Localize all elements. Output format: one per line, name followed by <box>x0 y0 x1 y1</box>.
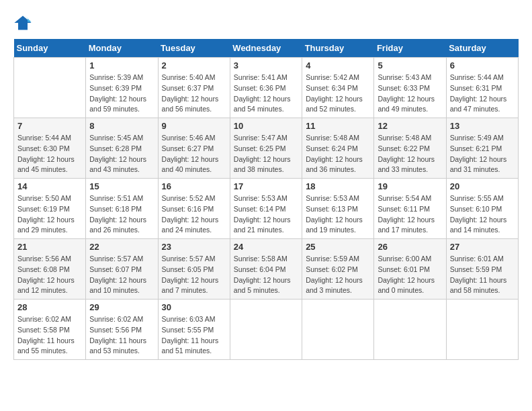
day-number: 9 <box>162 121 226 131</box>
day-info: Sunrise: 5:53 AMSunset: 6:14 PMDaylight:… <box>234 193 298 236</box>
calendar-cell <box>374 300 446 360</box>
page-header <box>13 13 519 32</box>
day-number: 16 <box>162 181 226 191</box>
day-info: Sunrise: 5:44 AMSunset: 6:30 PMDaylight:… <box>17 133 82 175</box>
calendar-cell: 24Sunrise: 5:58 AMSunset: 6:04 PMDayligh… <box>230 239 302 300</box>
day-info: Sunrise: 6:02 AMSunset: 5:58 PMDaylight:… <box>17 314 82 357</box>
dow-header-friday: Friday <box>374 39 446 58</box>
day-info: Sunrise: 5:42 AMSunset: 6:34 PMDaylight:… <box>306 73 370 115</box>
day-number: 7 <box>17 121 82 131</box>
calendar-cell: 28Sunrise: 6:02 AMSunset: 5:58 PMDayligh… <box>14 300 86 360</box>
day-number: 4 <box>306 60 370 71</box>
day-number: 20 <box>450 181 515 191</box>
calendar-cell: 25Sunrise: 5:59 AMSunset: 6:02 PMDayligh… <box>302 239 374 300</box>
calendar-cell: 10Sunrise: 5:47 AMSunset: 6:25 PMDayligh… <box>230 118 302 179</box>
day-info: Sunrise: 5:41 AMSunset: 6:36 PMDaylight:… <box>234 73 298 115</box>
dow-header-saturday: Saturday <box>446 39 518 58</box>
day-number: 10 <box>234 121 298 131</box>
calendar-cell: 9Sunrise: 5:46 AMSunset: 6:27 PMDaylight… <box>158 118 230 179</box>
day-info: Sunrise: 5:40 AMSunset: 6:37 PMDaylight:… <box>162 73 226 115</box>
day-number: 19 <box>378 181 442 191</box>
day-number: 22 <box>89 242 154 252</box>
day-number: 24 <box>234 242 298 252</box>
calendar-cell <box>14 58 86 118</box>
calendar-cell: 7Sunrise: 5:44 AMSunset: 6:30 PMDaylight… <box>14 118 86 179</box>
dow-header-thursday: Thursday <box>302 39 374 58</box>
day-info: Sunrise: 5:48 AMSunset: 6:22 PMDaylight:… <box>378 133 442 175</box>
day-info: Sunrise: 5:49 AMSunset: 6:21 PMDaylight:… <box>450 133 515 175</box>
calendar-cell <box>302 300 374 360</box>
day-number: 3 <box>234 60 298 71</box>
day-info: Sunrise: 5:54 AMSunset: 6:11 PMDaylight:… <box>378 193 442 236</box>
logo-icon <box>13 13 32 32</box>
calendar-cell: 14Sunrise: 5:50 AMSunset: 6:19 PMDayligh… <box>14 179 86 239</box>
calendar-cell: 12Sunrise: 5:48 AMSunset: 6:22 PMDayligh… <box>374 118 446 179</box>
day-number: 26 <box>378 242 442 252</box>
calendar-cell: 29Sunrise: 6:02 AMSunset: 5:56 PMDayligh… <box>86 300 158 360</box>
day-info: Sunrise: 5:58 AMSunset: 6:04 PMDaylight:… <box>234 254 298 296</box>
calendar-cell: 6Sunrise: 5:44 AMSunset: 6:31 PMDaylight… <box>446 58 518 118</box>
day-info: Sunrise: 5:51 AMSunset: 6:18 PMDaylight:… <box>89 193 154 236</box>
day-info: Sunrise: 5:53 AMSunset: 6:13 PMDaylight:… <box>306 193 370 236</box>
day-number: 14 <box>17 181 82 191</box>
calendar-cell: 19Sunrise: 5:54 AMSunset: 6:11 PMDayligh… <box>374 179 446 239</box>
day-info: Sunrise: 5:52 AMSunset: 6:16 PMDaylight:… <box>162 193 226 236</box>
day-number: 2 <box>162 60 226 71</box>
calendar-cell: 23Sunrise: 5:57 AMSunset: 6:05 PMDayligh… <box>158 239 230 300</box>
dow-header-sunday: Sunday <box>14 39 86 58</box>
calendar-table: SundayMondayTuesdayWednesdayThursdayFrid… <box>13 39 519 360</box>
calendar-cell: 17Sunrise: 5:53 AMSunset: 6:14 PMDayligh… <box>230 179 302 239</box>
day-number: 8 <box>89 121 154 131</box>
calendar-cell: 27Sunrise: 6:01 AMSunset: 5:59 PMDayligh… <box>446 239 518 300</box>
day-info: Sunrise: 6:03 AMSunset: 5:55 PMDaylight:… <box>162 314 226 357</box>
day-number: 21 <box>17 242 82 252</box>
day-info: Sunrise: 5:50 AMSunset: 6:19 PMDaylight:… <box>17 193 82 236</box>
day-info: Sunrise: 5:43 AMSunset: 6:33 PMDaylight:… <box>378 73 442 115</box>
day-info: Sunrise: 5:57 AMSunset: 6:07 PMDaylight:… <box>89 254 154 296</box>
day-info: Sunrise: 5:46 AMSunset: 6:27 PMDaylight:… <box>162 133 226 175</box>
calendar-cell: 26Sunrise: 6:00 AMSunset: 6:01 PMDayligh… <box>374 239 446 300</box>
dow-header-wednesday: Wednesday <box>230 39 302 58</box>
day-number: 5 <box>378 60 442 71</box>
day-info: Sunrise: 5:59 AMSunset: 6:02 PMDaylight:… <box>306 254 370 296</box>
calendar-cell: 15Sunrise: 5:51 AMSunset: 6:18 PMDayligh… <box>86 179 158 239</box>
calendar-cell: 8Sunrise: 5:45 AMSunset: 6:28 PMDaylight… <box>86 118 158 179</box>
day-number: 11 <box>306 121 370 131</box>
day-number: 13 <box>450 121 515 131</box>
day-number: 30 <box>162 302 226 312</box>
day-info: Sunrise: 6:01 AMSunset: 5:59 PMDaylight:… <box>450 254 515 296</box>
day-info: Sunrise: 6:00 AMSunset: 6:01 PMDaylight:… <box>378 254 442 296</box>
calendar-cell: 1Sunrise: 5:39 AMSunset: 6:39 PMDaylight… <box>86 58 158 118</box>
day-number: 23 <box>162 242 226 252</box>
calendar-cell: 20Sunrise: 5:55 AMSunset: 6:10 PMDayligh… <box>446 179 518 239</box>
day-number: 15 <box>89 181 154 191</box>
day-number: 27 <box>450 242 515 252</box>
calendar-cell <box>446 300 518 360</box>
calendar-cell: 22Sunrise: 5:57 AMSunset: 6:07 PMDayligh… <box>86 239 158 300</box>
calendar-cell <box>230 300 302 360</box>
day-info: Sunrise: 5:48 AMSunset: 6:24 PMDaylight:… <box>306 133 370 175</box>
day-number: 17 <box>234 181 298 191</box>
day-info: Sunrise: 5:55 AMSunset: 6:10 PMDaylight:… <box>450 193 515 236</box>
day-number: 1 <box>89 60 154 71</box>
day-info: Sunrise: 5:57 AMSunset: 6:05 PMDaylight:… <box>162 254 226 296</box>
day-number: 18 <box>306 181 370 191</box>
day-number: 12 <box>378 121 442 131</box>
calendar-cell: 2Sunrise: 5:40 AMSunset: 6:37 PMDaylight… <box>158 58 230 118</box>
day-number: 25 <box>306 242 370 252</box>
day-info: Sunrise: 5:44 AMSunset: 6:31 PMDaylight:… <box>450 73 515 115</box>
calendar-cell: 18Sunrise: 5:53 AMSunset: 6:13 PMDayligh… <box>302 179 374 239</box>
calendar-cell: 5Sunrise: 5:43 AMSunset: 6:33 PMDaylight… <box>374 58 446 118</box>
day-number: 28 <box>17 302 82 312</box>
calendar-cell: 30Sunrise: 6:03 AMSunset: 5:55 PMDayligh… <box>158 300 230 360</box>
day-info: Sunrise: 5:39 AMSunset: 6:39 PMDaylight:… <box>89 73 154 115</box>
calendar-cell: 3Sunrise: 5:41 AMSunset: 6:36 PMDaylight… <box>230 58 302 118</box>
dow-header-tuesday: Tuesday <box>158 39 230 58</box>
logo <box>13 13 34 32</box>
calendar-cell: 21Sunrise: 5:56 AMSunset: 6:08 PMDayligh… <box>14 239 86 300</box>
day-info: Sunrise: 5:56 AMSunset: 6:08 PMDaylight:… <box>17 254 82 296</box>
day-info: Sunrise: 5:47 AMSunset: 6:25 PMDaylight:… <box>234 133 298 175</box>
calendar-cell: 4Sunrise: 5:42 AMSunset: 6:34 PMDaylight… <box>302 58 374 118</box>
day-info: Sunrise: 6:02 AMSunset: 5:56 PMDaylight:… <box>89 314 154 357</box>
dow-header-monday: Monday <box>86 39 158 58</box>
